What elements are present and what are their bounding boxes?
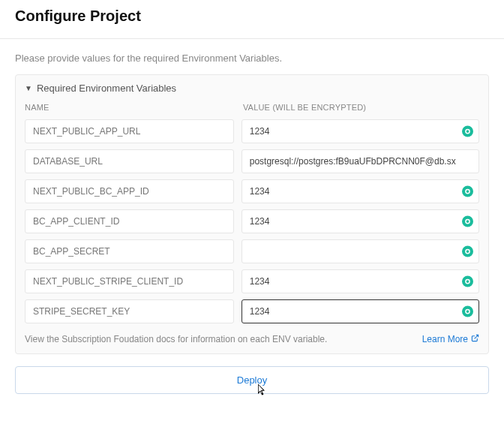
env-var-value-input[interactable] bbox=[242, 299, 479, 323]
learn-more-label: Learn More bbox=[422, 334, 468, 344]
env-vars-panel: ▼ Required Environment Variables NAME VA… bbox=[15, 74, 489, 354]
svg-point-0 bbox=[466, 129, 470, 133]
header: Configure Project bbox=[0, 0, 504, 39]
env-var-row: NEXT_PUBLIC_APP_URL bbox=[16, 116, 488, 146]
deploy-section: Deploy bbox=[0, 363, 504, 394]
env-var-value-wrap bbox=[242, 239, 479, 263]
panel-header[interactable]: ▼ Required Environment Variables bbox=[16, 75, 488, 100]
name-column-header: NAME bbox=[25, 103, 243, 112]
env-var-value-input[interactable] bbox=[242, 119, 479, 143]
status-badge-icon bbox=[462, 306, 473, 317]
env-var-value-wrap bbox=[242, 179, 479, 203]
env-var-row: DATABASE_URL bbox=[16, 146, 488, 176]
env-var-name[interactable]: STRIPE_SECRET_KEY bbox=[25, 299, 234, 323]
env-var-row: STRIPE_SECRET_KEY bbox=[16, 296, 488, 326]
value-column-header: VALUE (WILL BE ENCRYPTED) bbox=[243, 103, 479, 112]
env-var-value-input[interactable] bbox=[242, 179, 479, 203]
env-var-value-input[interactable] bbox=[242, 149, 479, 173]
svg-line-6 bbox=[475, 335, 478, 338]
column-headers: NAME VALUE (WILL BE ENCRYPTED) bbox=[16, 100, 488, 116]
svg-point-3 bbox=[466, 249, 470, 253]
panel-footer: View the Subscription Foudation docs for… bbox=[16, 326, 488, 353]
status-badge-icon bbox=[462, 216, 473, 227]
footer-help-text: View the Subscription Foudation docs for… bbox=[25, 334, 327, 344]
env-var-value-wrap bbox=[242, 119, 479, 143]
status-badge-icon bbox=[462, 246, 473, 257]
svg-point-1 bbox=[466, 189, 470, 193]
env-var-value-wrap bbox=[242, 299, 479, 323]
env-var-name[interactable]: BC_APP_SECRET bbox=[25, 239, 234, 263]
status-badge-icon bbox=[462, 276, 473, 287]
external-link-icon bbox=[471, 334, 479, 344]
caret-down-icon: ▼ bbox=[25, 84, 32, 92]
cursor-pointer-icon bbox=[254, 382, 267, 399]
env-var-name[interactable]: NEXT_PUBLIC_APP_URL bbox=[25, 119, 234, 143]
status-badge-icon bbox=[462, 126, 473, 137]
env-var-name[interactable]: NEXT_PUBLIC_STRIPE_CLIENT_ID bbox=[25, 269, 234, 293]
env-var-value-input[interactable] bbox=[242, 269, 479, 293]
status-badge-icon bbox=[462, 186, 473, 197]
env-var-value-input[interactable] bbox=[242, 239, 479, 263]
intro-text: Please provide values for the required E… bbox=[0, 39, 504, 74]
learn-more-link[interactable]: Learn More bbox=[422, 334, 479, 344]
env-var-name[interactable]: BC_APP_CLIENT_ID bbox=[25, 209, 234, 233]
env-var-row: NEXT_PUBLIC_BC_APP_ID bbox=[16, 176, 488, 206]
svg-point-4 bbox=[466, 279, 470, 283]
env-var-value-wrap bbox=[242, 209, 479, 233]
deploy-button[interactable]: Deploy bbox=[15, 366, 489, 394]
panel-title: Required Environment Variables bbox=[37, 83, 176, 94]
env-var-row: BC_APP_CLIENT_ID bbox=[16, 206, 488, 236]
svg-point-2 bbox=[466, 219, 470, 223]
env-var-value-input[interactable] bbox=[242, 209, 479, 233]
env-var-row: NEXT_PUBLIC_STRIPE_CLIENT_ID bbox=[16, 266, 488, 296]
env-var-value-wrap bbox=[242, 149, 479, 173]
page-title: Configure Project bbox=[15, 8, 489, 25]
env-var-name[interactable]: NEXT_PUBLIC_BC_APP_ID bbox=[25, 179, 234, 203]
env-var-name[interactable]: DATABASE_URL bbox=[25, 149, 234, 173]
env-var-row: BC_APP_SECRET bbox=[16, 236, 488, 266]
svg-point-5 bbox=[466, 309, 470, 313]
env-var-value-wrap bbox=[242, 269, 479, 293]
